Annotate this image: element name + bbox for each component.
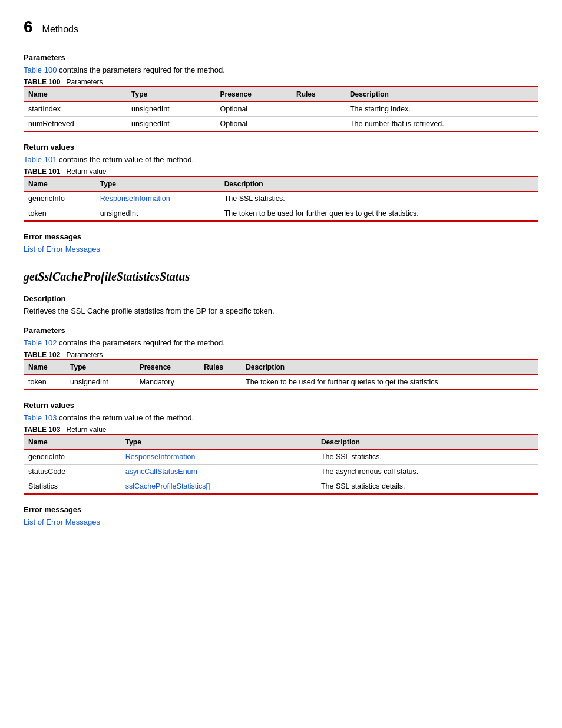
cell-rules (199, 375, 241, 390)
description-heading: Description (24, 294, 538, 303)
cell-description: The SSL statistics details. (316, 479, 538, 495)
table103-label-row: TABLE 103 Return value (24, 426, 538, 434)
cell-name: Statistics (24, 479, 121, 495)
table-row: token unsignedInt The token to be used f… (24, 206, 538, 222)
table101-header-row: Name Type Description (24, 176, 538, 192)
col-description: Description (316, 434, 538, 450)
table-row: token unsignedInt Mandatory The token to… (24, 375, 538, 390)
cell-description: The asynchronous call status. (316, 465, 538, 479)
table100-link[interactable]: Table 100 (24, 65, 57, 74)
col-presence: Presence (216, 87, 292, 102)
section1-return-values: Return values Table 101 contains the ret… (24, 143, 538, 222)
table102-link[interactable]: Table 102 (24, 338, 57, 347)
method2-error-messages: Error messages List of Error Messages (24, 505, 538, 526)
table101-link[interactable]: Table 101 (24, 155, 57, 164)
table102-header-row: Name Type Presence Rules Description (24, 360, 538, 375)
cell-presence: Optional (216, 117, 292, 132)
cell-name: token (24, 206, 95, 222)
parameters-intro2-suffix: contains the parameters required for the… (59, 338, 225, 347)
method2-heading: getSslCacheProfileStatisticsStatus (24, 270, 538, 284)
cell-description: The SSL statistics. (220, 192, 538, 206)
cell-description: The token to be used for further queries… (220, 206, 538, 222)
col-description: Description (220, 176, 538, 192)
return-values-intro: Table 101 contains the return value of t… (24, 155, 538, 164)
cell-description: The SSL statistics. (316, 450, 538, 465)
chapter-title: Methods (42, 24, 78, 35)
return-values-heading2: Return values (24, 401, 538, 410)
table103: Name Type Description genericInfo Respon… (24, 434, 538, 495)
table102-name: Parameters (66, 351, 103, 359)
table100: Name Type Presence Rules Description sta… (24, 86, 538, 132)
error-messages-link[interactable]: List of Error Messages (24, 245, 100, 253)
table-row: genericInfo ResponseInformation The SSL … (24, 192, 538, 206)
table-row: startIndex unsignedInt Optional The star… (24, 102, 538, 117)
col-type: Type (127, 87, 215, 102)
error-messages-link2[interactable]: List of Error Messages (24, 518, 100, 526)
table101-label-row: TABLE 101 Return value (24, 167, 538, 176)
col-description: Description (241, 360, 538, 375)
table-row: statusCode asyncCallStatusEnum The async… (24, 465, 538, 479)
error-messages-heading2: Error messages (24, 505, 538, 514)
col-type: Type (121, 434, 316, 450)
return-values-heading: Return values (24, 143, 538, 151)
section1-parameters: Parameters Table 100 contains the parame… (24, 53, 538, 132)
table102: Name Type Presence Rules Description tok… (24, 359, 538, 390)
cell-name: token (24, 375, 65, 390)
col-name: Name (24, 176, 95, 192)
parameters-intro2: Table 102 contains the parameters requir… (24, 338, 538, 347)
cell-description: The token to be used for further queries… (241, 375, 538, 390)
table-row: genericInfo ResponseInformation The SSL … (24, 450, 538, 465)
table100-tag: TABLE 100 (24, 78, 60, 86)
table103-name: Return value (66, 426, 106, 434)
return-values-intro2: Table 103 contains the return value of t… (24, 413, 538, 422)
col-name: Name (24, 87, 127, 102)
cell-type: unsignedInt (127, 102, 215, 117)
response-information-link2[interactable]: ResponseInformation (125, 453, 196, 461)
section1-error-messages: Error messages List of Error Messages (24, 232, 538, 253)
cell-name: startIndex (24, 102, 127, 117)
cell-type: ResponseInformation (121, 450, 316, 465)
error-messages-heading: Error messages (24, 232, 538, 241)
method2-return-values: Return values Table 103 contains the ret… (24, 401, 538, 495)
cell-name: genericInfo (24, 450, 121, 465)
parameters-heading: Parameters (24, 53, 538, 62)
cell-name: numRetrieved (24, 117, 127, 132)
async-call-status-enum-link[interactable]: asyncCallStatusEnum (125, 467, 197, 476)
table-row: numRetrieved unsignedInt Optional The nu… (24, 117, 538, 132)
table101: Name Type Description genericInfo Respon… (24, 176, 538, 222)
col-name: Name (24, 434, 121, 450)
cell-type: unsignedInt (95, 206, 220, 222)
col-type: Type (65, 360, 135, 375)
cell-type: ResponseInformation (95, 192, 220, 206)
ssl-cache-profile-statistics-link[interactable]: sslCacheProfileStatistics[] (125, 482, 210, 490)
response-information-link[interactable]: ResponseInformation (100, 195, 170, 203)
table100-label-row: TABLE 100 Parameters (24, 78, 538, 86)
cell-description: The starting index. (345, 102, 538, 117)
parameters-intro-suffix: contains the parameters required for the… (59, 65, 225, 74)
table103-link[interactable]: Table 103 (24, 413, 57, 422)
parameters-heading2: Parameters (24, 326, 538, 335)
table-row: Statistics sslCacheProfileStatistics[] T… (24, 479, 538, 495)
table100-header-row: Name Type Presence Rules Description (24, 87, 538, 102)
page-header: 6 Methods (24, 18, 538, 37)
cell-type: unsignedInt (65, 375, 135, 390)
return-values-intro-suffix: contains the return value of the method. (59, 155, 194, 164)
cell-description: The number that is retrieved. (345, 117, 538, 132)
cell-rules (292, 102, 345, 117)
col-rules: Rules (199, 360, 241, 375)
col-presence: Presence (135, 360, 200, 375)
cell-name: statusCode (24, 465, 121, 479)
description-text: Retrieves the SSL Cache profile statisti… (24, 307, 538, 315)
cell-type: unsignedInt (127, 117, 215, 132)
method2-description: Description Retrieves the SSL Cache prof… (24, 294, 538, 315)
table100-name: Parameters (66, 78, 103, 86)
cell-type: sslCacheProfileStatistics[] (121, 479, 316, 495)
cell-presence: Mandatory (135, 375, 200, 390)
col-type: Type (95, 176, 220, 192)
col-description: Description (345, 87, 538, 102)
cell-rules (292, 117, 345, 132)
table101-tag: TABLE 101 (24, 167, 60, 176)
method2-parameters: Parameters Table 102 contains the parame… (24, 326, 538, 390)
table102-label-row: TABLE 102 Parameters (24, 351, 538, 359)
table101-name: Return value (66, 167, 106, 176)
